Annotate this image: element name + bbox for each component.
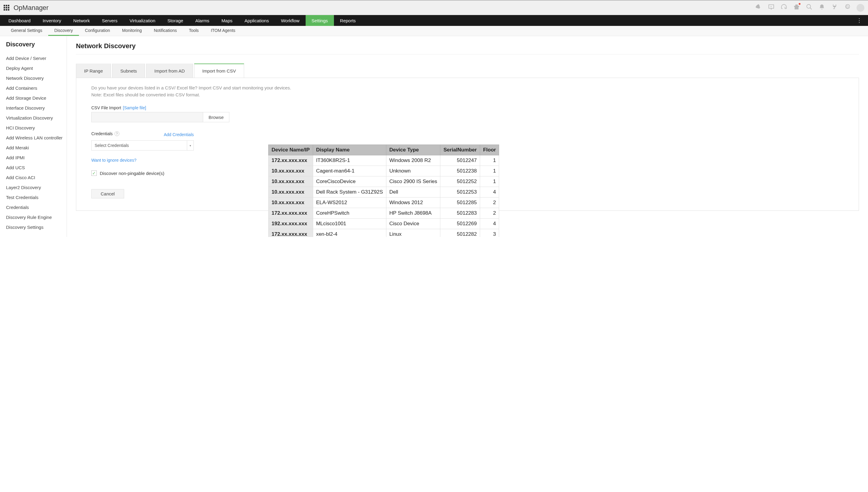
sidebar-item-add-wireless-lan-controller[interactable]: Add Wireless LAN controller (6, 133, 67, 143)
col-floor: Floor (480, 145, 499, 155)
discover-nonpingable-checkbox[interactable]: ✓ (91, 170, 97, 176)
csv-preview-table: Device Name/IPDisplay NameDevice TypeSer… (268, 145, 499, 237)
sidebar-item-discovery-rule-engine[interactable]: Discovery Rule Engine (6, 212, 67, 222)
sidebar-item-deploy-agent[interactable]: Deploy Agent (6, 63, 67, 73)
csv-file-input[interactable] (91, 112, 203, 122)
subnav-configuration[interactable]: Configuration (79, 26, 116, 36)
headset-icon[interactable] (781, 4, 787, 12)
subnav-general-settings[interactable]: General Settings (5, 26, 48, 36)
nav-maps[interactable]: Maps (215, 15, 239, 26)
sidebar-item-add-containers[interactable]: Add Containers (6, 83, 67, 93)
credentials-select[interactable]: Select Credentials ▾ (91, 140, 194, 151)
table-row[interactable]: 172.xx.xxx.xxxCoreHPSwitchHP Switch J869… (268, 208, 499, 219)
tab-subnets[interactable]: Subnets (112, 64, 145, 78)
sample-file-link[interactable]: [Sample file] (123, 105, 146, 110)
bell-icon[interactable] (819, 4, 825, 12)
more-menu-icon[interactable]: ⋮ (853, 17, 866, 24)
csv-import-label: CSV File Import [Sample file] (91, 105, 847, 110)
add-credentials-link[interactable]: Add Credentials (164, 132, 194, 137)
nav-workflow[interactable]: Workflow (275, 15, 305, 26)
subnav-discovery[interactable]: Discovery (48, 26, 79, 36)
sidebar-item-add-ipmi[interactable]: Add IPMI (6, 153, 67, 163)
cancel-button[interactable]: Cancel (91, 189, 124, 198)
help-icon[interactable]: ? (115, 131, 119, 136)
nav-applications[interactable]: Applications (238, 15, 275, 26)
sidebar-item-discovery-settings[interactable]: Discovery Settings (6, 222, 67, 232)
nav-alarms[interactable]: Alarms (189, 15, 215, 26)
discover-nonpingable-label: Discover non-pingable device(s) (100, 171, 164, 176)
table-row[interactable]: 10.xx.xxx.xxxDell Rack System - G31Z92SD… (268, 187, 499, 198)
sidebar-item-add-cisco-aci[interactable]: Add Cisco ACI (6, 173, 67, 182)
sidebar-item-virtualization-discovery[interactable]: Virtualization Discovery (6, 113, 67, 123)
nav-virtualization[interactable]: Virtualization (123, 15, 162, 26)
tab-ip-range[interactable]: IP Range (76, 64, 111, 78)
gear-icon[interactable] (844, 4, 850, 12)
nav-storage[interactable]: Storage (161, 15, 189, 26)
sidebar-item-add-ucs[interactable]: Add UCS (6, 163, 67, 173)
nav-inventory[interactable]: Inventory (37, 15, 67, 26)
nav-dashboard[interactable]: Dashboard (2, 15, 37, 26)
main-content: Network Discovery IP RangeSubnetsImport … (67, 36, 868, 237)
rocket-icon[interactable] (755, 4, 762, 12)
table-row[interactable]: 172.xx.xxx.xxxIT360K8R2S-1Windows 2008 R… (268, 155, 499, 166)
sidebar-item-hci-discovery[interactable]: HCI Discovery (6, 123, 67, 133)
credentials-label: Credentials ? (91, 131, 119, 136)
sidebar-item-layer2-discovery[interactable]: Layer2 Discovery (6, 182, 67, 192)
table-row[interactable]: 10.xx.xxx.xxxELA-WS2012Windows 201250122… (268, 198, 499, 208)
nav-network[interactable]: Network (67, 15, 96, 26)
sidebar-item-interface-discovery[interactable]: Interface Discovery (6, 103, 67, 113)
main-nav: DashboardInventoryNetworkServersVirtuali… (0, 15, 868, 26)
tab-import-from-ad[interactable]: Import from AD (146, 64, 193, 78)
gift-icon[interactable] (793, 4, 800, 12)
brand-logo[interactable]: OpManager (14, 4, 49, 12)
user-avatar[interactable] (857, 4, 864, 12)
col-display-name: Display Name (313, 145, 386, 155)
col-serialnumber: SerialNumber (440, 145, 480, 155)
sidebar-item-add-meraki[interactable]: Add Meraki (6, 143, 67, 153)
sub-nav: General SettingsDiscoveryConfigurationMo… (0, 26, 868, 36)
sidebar-item-network-discovery[interactable]: Network Discovery (6, 73, 67, 83)
sidebar-item-test-credentials[interactable]: Test Credentials (6, 192, 67, 202)
svg-point-0 (807, 4, 811, 8)
subnav-notifications[interactable]: Notifications (148, 26, 183, 36)
browse-button[interactable]: Browse (203, 112, 229, 122)
nav-settings[interactable]: Settings (306, 15, 334, 26)
search-icon[interactable] (806, 4, 813, 12)
screen-icon[interactable] (768, 4, 775, 12)
apps-grid-icon[interactable] (4, 5, 9, 10)
sidebar-item-add-device-server[interactable]: Add Device / Server (6, 53, 67, 63)
subnav-itom-agents[interactable]: ITOM Agents (205, 26, 241, 36)
table-row[interactable]: 10.xx.xxx.xxxCoreCiscoDeviceCisco 2900 I… (268, 176, 499, 187)
sidebar: Discovery Add Device / ServerDeploy Agen… (0, 36, 67, 237)
topbar: OpManager (0, 0, 868, 15)
page-title: Network Discovery (76, 42, 859, 54)
col-device-name-ip: Device Name/IP (268, 145, 313, 155)
table-row[interactable]: 10.xx.xxx.xxxCagent-man64-1Unknown501223… (268, 166, 499, 176)
table-row[interactable]: 192.xx.xxx.xxxMLcisco1001Cisco Device501… (268, 219, 499, 229)
tab-import-from-csv[interactable]: Import from CSV (194, 64, 244, 78)
nav-reports[interactable]: Reports (334, 15, 362, 26)
col-device-type: Device Type (386, 145, 440, 155)
table-row[interactable]: 172.xx.xxx.xxxxen-bl2-4Linux50122823 (268, 229, 499, 237)
info-text: Do you have your devices listed in a CSV… (91, 84, 847, 98)
tab-bar: IP RangeSubnetsImport from ADImport from… (76, 64, 868, 78)
sidebar-item-credentials[interactable]: Credentials (6, 202, 67, 212)
subnav-tools[interactable]: Tools (183, 26, 205, 36)
subnav-monitoring[interactable]: Monitoring (116, 26, 148, 36)
sidebar-title: Discovery (6, 41, 67, 48)
nav-servers[interactable]: Servers (96, 15, 123, 26)
plug-icon[interactable] (831, 4, 838, 12)
sidebar-item-add-storage-device[interactable]: Add Storage Device (6, 93, 67, 103)
chevron-down-icon: ▾ (187, 141, 193, 150)
